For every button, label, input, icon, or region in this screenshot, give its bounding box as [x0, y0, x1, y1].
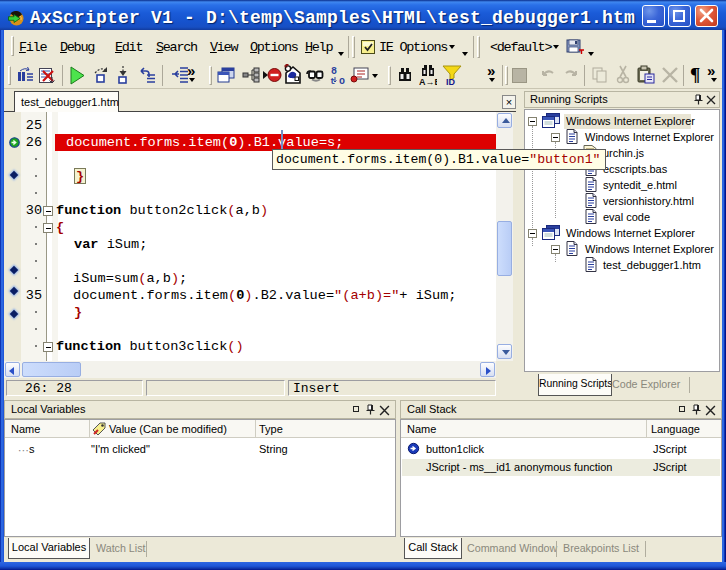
svg-text:o: o	[339, 76, 345, 85]
svg-text:A→B: A→B	[419, 77, 437, 86]
svg-text:t: t	[330, 77, 335, 85]
svg-text:ID: ID	[446, 77, 456, 86]
svg-text:8: 8	[331, 66, 337, 77]
